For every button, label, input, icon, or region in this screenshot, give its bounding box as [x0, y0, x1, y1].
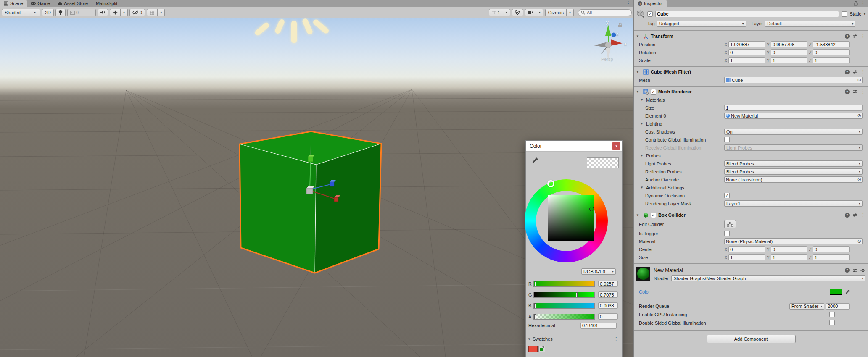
- size-x-input[interactable]: [728, 254, 765, 260]
- mesh-renderer-header[interactable]: ▼ ✓ Mesh Renderer ? ⋮: [634, 87, 868, 96]
- gizmo-scale-button[interactable]: 1: [489, 9, 503, 16]
- lock-icon[interactable]: [854, 1, 858, 6]
- draw-mode-dropdown[interactable]: Shaded ▾: [2, 9, 40, 16]
- scene-camera-dropdown[interactable]: ▾: [536, 9, 543, 16]
- probes-foldout[interactable]: ▼Probes: [634, 152, 868, 160]
- scene-search-input[interactable]: [587, 10, 625, 15]
- add-component-button[interactable]: Add Component: [707, 335, 796, 343]
- transform-header[interactable]: ▼ Transform ? ⋮: [634, 32, 868, 40]
- help-icon[interactable]: ?: [845, 89, 850, 94]
- color-mode-dropdown[interactable]: RGB 0-1.0 ▾: [581, 268, 616, 275]
- size-y-input[interactable]: [771, 254, 807, 260]
- slider-value-r[interactable]: [598, 281, 618, 287]
- tab-scene[interactable]: Scene: [0, 0, 27, 7]
- presets-icon[interactable]: [852, 268, 857, 273]
- material-color-swatch[interactable]: [830, 289, 842, 295]
- object-picker-icon[interactable]: ⊙: [857, 177, 861, 182]
- box-collider-header[interactable]: ▼ ✓ Box Collider ? ⋮: [634, 211, 868, 219]
- cast-shadows-dropdown[interactable]: On▾: [724, 129, 863, 135]
- presets-icon[interactable]: [852, 69, 857, 74]
- slider-value-g[interactable]: [598, 291, 618, 298]
- mesh-filter-header[interactable]: ▼ Cube (Mesh Filter) ? ⋮: [634, 68, 868, 76]
- slider-track-a[interactable]: [533, 314, 595, 320]
- axis-cone-y[interactable]: [605, 25, 611, 36]
- component-menu-icon[interactable]: ⋮: [860, 34, 865, 39]
- materials-size-input[interactable]: [724, 105, 863, 111]
- scene-effects-button[interactable]: [110, 9, 121, 16]
- component-menu-icon[interactable]: ⋮: [860, 213, 865, 218]
- foldout-icon[interactable]: ▼: [636, 90, 641, 94]
- axis-cone-x[interactable]: [611, 39, 623, 46]
- scene-camera-button[interactable]: [525, 9, 536, 16]
- active-checkbox[interactable]: ✓: [647, 11, 653, 17]
- help-icon[interactable]: ?: [845, 34, 850, 39]
- gameobject-name-input[interactable]: [655, 11, 839, 17]
- gizmos-button[interactable]: Gizmos: [545, 9, 567, 16]
- scene-tools-button[interactable]: [512, 9, 523, 16]
- edit-collider-button[interactable]: [724, 220, 736, 228]
- color-picker-window[interactable]: Color x RGB 0-1.0 ▾ R G: [525, 140, 623, 357]
- mesh-renderer-enabled-checkbox[interactable]: ✓: [651, 89, 656, 94]
- render-queue-input[interactable]: [826, 303, 850, 310]
- position-z-input[interactable]: [813, 41, 850, 47]
- tab-inspector[interactable]: i Inspector: [634, 0, 667, 7]
- component-menu-icon[interactable]: ⋮: [860, 89, 865, 94]
- foldout-icon[interactable]: ▼: [636, 70, 641, 74]
- swatch-red[interactable]: [528, 346, 538, 352]
- slider-handle-r[interactable]: [535, 281, 536, 286]
- rotation-z-input[interactable]: [813, 49, 850, 55]
- help-icon[interactable]: ?: [845, 268, 850, 273]
- tag-dropdown[interactable]: Untagged▾: [657, 21, 746, 27]
- foldout-icon[interactable]: ▼: [636, 213, 641, 217]
- slider-track-r[interactable]: [533, 281, 595, 287]
- close-button[interactable]: x: [612, 142, 620, 150]
- axis-cone-neg[interactable]: [594, 42, 606, 47]
- render-queue-dropdown[interactable]: From Shader▾: [789, 303, 824, 310]
- slider-handle-g[interactable]: [576, 292, 578, 297]
- hidden-objects-button[interactable]: 0: [129, 9, 145, 16]
- scene-search-field[interactable]: [578, 9, 632, 16]
- rotation-y-input[interactable]: [771, 49, 807, 55]
- gizmos-dropdown[interactable]: ▾: [567, 9, 574, 16]
- eyedropper-icon[interactable]: [844, 289, 850, 295]
- saturation-value-square[interactable]: [548, 195, 594, 241]
- object-picker-icon[interactable]: ⊙: [857, 78, 861, 82]
- materials-foldout[interactable]: ▼Materials: [634, 96, 868, 104]
- help-icon[interactable]: ?: [845, 70, 850, 74]
- lock-icon[interactable]: [618, 22, 623, 28]
- slider-track-b[interactable]: [533, 303, 595, 309]
- gameobject-cube-icon[interactable]: [636, 10, 645, 18]
- dynamic-occlusion-checkbox[interactable]: ✓: [724, 193, 730, 198]
- scale-z-input[interactable]: [813, 57, 850, 63]
- scene-lighting-button[interactable]: [55, 9, 66, 16]
- scene-audio-button[interactable]: [98, 9, 108, 16]
- object-picker-icon[interactable]: ⊙: [857, 239, 861, 244]
- help-icon[interactable]: ?: [845, 213, 850, 218]
- reflection-probes-dropdown[interactable]: Blend Probes▾: [724, 168, 863, 175]
- tab-asset-store[interactable]: Asset Store: [54, 0, 92, 7]
- static-checkbox[interactable]: [842, 11, 847, 17]
- layer-dropdown[interactable]: Default▾: [765, 21, 855, 27]
- rotation-x-input[interactable]: [728, 49, 765, 55]
- static-dropdown-icon[interactable]: ▾: [864, 12, 865, 16]
- gpu-instancing-checkbox[interactable]: [829, 312, 835, 317]
- saturation-value-handle[interactable]: [589, 207, 594, 211]
- slider-track-g[interactable]: [533, 292, 595, 298]
- center-x-input[interactable]: [728, 246, 765, 252]
- hex-input[interactable]: [580, 323, 617, 329]
- physic-material-field[interactable]: None (Physic Material) ⊙: [724, 238, 863, 244]
- additional-settings-foldout[interactable]: ▼Additional Settings: [634, 184, 868, 192]
- element0-object-field[interactable]: New Material ⊙: [724, 113, 863, 119]
- hue-handle[interactable]: [547, 180, 554, 187]
- slider-value-b[interactable]: [598, 302, 618, 309]
- scene-tab-menu-icon[interactable]: ⋮: [626, 1, 631, 6]
- toggle-2d-button[interactable]: 2D: [42, 9, 54, 16]
- position-x-input[interactable]: [728, 41, 765, 47]
- light-probes-dropdown[interactable]: Blend Probes▾: [724, 160, 863, 167]
- is-trigger-checkbox[interactable]: [724, 231, 730, 236]
- anchor-override-field[interactable]: None (Transform) ⊙: [724, 176, 863, 183]
- axis-sphere-z[interactable]: [612, 33, 616, 37]
- swatches-menu-icon[interactable]: ⋮: [614, 336, 620, 341]
- grid-visibility-button[interactable]: [147, 9, 158, 16]
- position-y-input[interactable]: [771, 41, 807, 47]
